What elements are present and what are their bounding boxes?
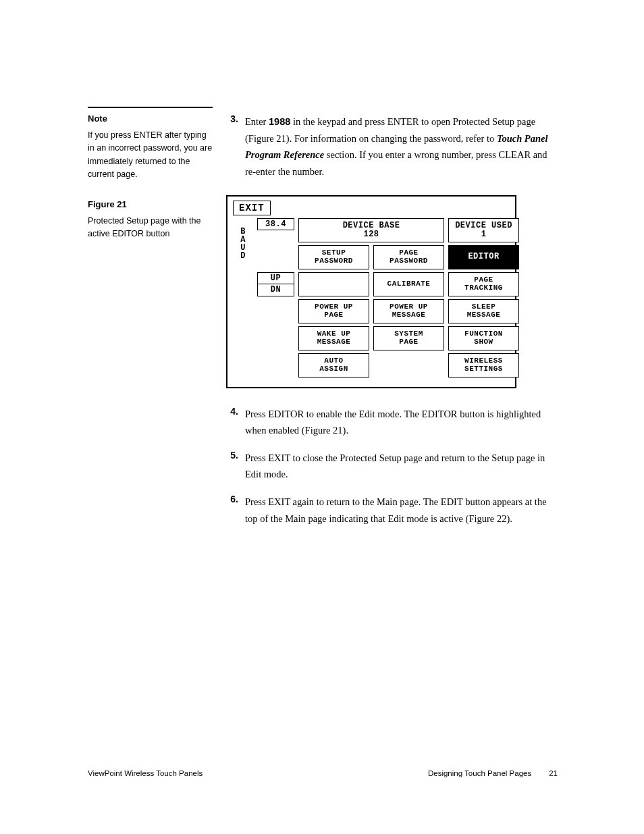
step-number: 5.: [226, 450, 238, 483]
page-password-button[interactable]: PAGEPASSWORD: [373, 245, 444, 269]
protected-setup-panel: EXIT B A U D 38.4 DEVICE BASE128 DEVICE …: [226, 195, 516, 388]
function-show-button[interactable]: FUNCTIONSHOW: [448, 326, 519, 350]
baud-up-button[interactable]: UP: [257, 272, 294, 285]
step-text: Press EXIT to close the Protected Setup …: [245, 450, 557, 483]
power-up-message-button[interactable]: POWER UPMESSAGE: [373, 299, 444, 323]
device-used-button[interactable]: DEVICE USED1: [448, 218, 519, 242]
note-heading: Note: [88, 113, 213, 124]
wireless-settings-button[interactable]: WIRELESSSETTINGS: [448, 353, 519, 377]
step-number: 3.: [226, 113, 238, 180]
note-body: If you press ENTER after typing in an in…: [88, 129, 213, 182]
footer-page-number: 21: [549, 769, 558, 777]
step-number: 4.: [226, 406, 238, 439]
page-tracking-button[interactable]: PAGETRACKING: [448, 272, 519, 296]
step-text: Press EXIT again to return to the Main p…: [245, 494, 557, 527]
code-1988: 1988: [269, 116, 290, 127]
footer-left: ViewPoint Wireless Touch Panels: [88, 769, 203, 777]
setup-password-button[interactable]: SETUPPASSWORD: [298, 245, 369, 269]
auto-assign-button[interactable]: AUTOASSIGN: [298, 353, 369, 377]
device-base-button[interactable]: DEVICE BASE128: [298, 218, 444, 242]
editor-button[interactable]: EDITOR: [448, 245, 519, 269]
figure-heading: Figure 21: [88, 199, 213, 209]
power-up-page-button[interactable]: POWER UPPAGE: [298, 299, 369, 323]
baud-dn-button[interactable]: DN: [257, 284, 294, 296]
system-page-button[interactable]: SYSTEMPAGE: [373, 326, 444, 350]
exit-button[interactable]: EXIT: [233, 201, 271, 215]
figure-caption: Protected Setup page with the active EDI…: [88, 215, 213, 241]
t: Enter: [245, 116, 269, 127]
baud-label: B A U D: [233, 218, 253, 269]
step-text: Enter 1988 in the keypad and press ENTER…: [245, 113, 557, 180]
blank-cell: [298, 272, 369, 296]
footer-section: Designing Touch Panel Pages: [428, 769, 531, 777]
step-text: Press EDITOR to enable the Edit mode. Th…: [245, 406, 557, 439]
wake-up-message-button[interactable]: WAKE UPMESSAGE: [298, 326, 369, 350]
calibrate-button[interactable]: CALIBRATE: [373, 272, 444, 296]
baud-rate-display: 38.4: [257, 218, 294, 230]
step-number: 6.: [226, 494, 238, 527]
sleep-message-button[interactable]: SLEEPMESSAGE: [448, 299, 519, 323]
